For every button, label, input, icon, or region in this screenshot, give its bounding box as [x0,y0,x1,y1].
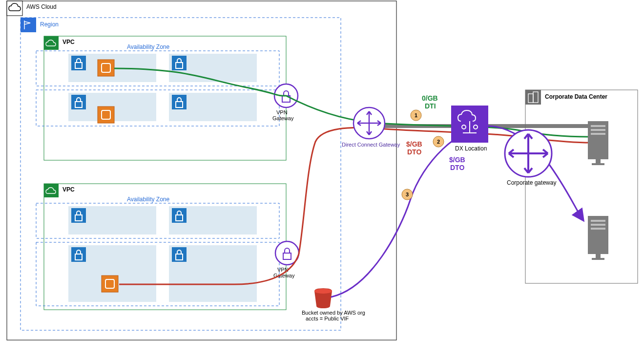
svg-text:$/GB: $/GB [406,140,422,148]
lock-icon [71,56,86,70]
vpc1-subnet-b2 [169,93,257,121]
vpn-gateway-1: VPN Gateway [272,84,298,121]
corp-dc-group: Corporate Data Center [525,90,638,283]
vpc1-subnet-b1 [68,93,156,123]
svg-rect-39 [102,276,118,292]
lock-icon [172,208,187,223]
svg-text:DTI: DTI [425,102,436,110]
corp-dc-label: Corporate Data Center [545,93,607,100]
svg-text:0/GB: 0/GB [422,94,438,102]
vpc1-az-label: Availability Zone [127,43,169,50]
server-icon [588,216,608,260]
aws-cloud-label: AWS Cloud [26,3,57,10]
svg-rect-74 [591,129,605,131]
svg-rect-73 [591,125,605,127]
dx-gw-label: Direct Connect Gateway [342,142,400,148]
dx-loc-label: DX Location [455,145,487,152]
lock-icon [71,208,86,223]
dto1-label: $/GB DTO [406,140,422,156]
lock-icon [172,95,187,109]
chip-icon [98,60,114,76]
lock-icon [71,247,86,262]
vpc1-subnet-a2 [169,54,257,82]
dti-label: 0/GB DTI [422,94,438,110]
server-icon [588,121,608,165]
vpn-gw1-l1: VPN [276,109,288,115]
vpc2-subnet-b2 [169,245,257,302]
vpc2-subnet-b1 [68,245,156,302]
svg-rect-67 [525,90,638,283]
svg-text:DTO: DTO [407,148,421,156]
lock-icon [172,247,187,262]
svg-rect-77 [592,163,604,165]
vpc1-subnet-a1 [68,54,156,82]
svg-rect-81 [591,228,605,230]
svg-point-48 [314,289,332,294]
svg-text:1: 1 [415,112,417,118]
step-badge-1: 1 [411,110,421,121]
lock-icon [172,56,187,70]
region-label: Region [40,21,59,28]
svg-rect-82 [596,254,601,258]
corp-gw-label: Corporate gateway [507,179,556,186]
vpc2-subnet-a1 [68,206,156,234]
vpn-gateway-2: VPN Gateway [273,241,299,278]
svg-text:DTO: DTO [450,164,464,171]
svg-rect-11 [98,60,114,76]
vpc1-label: VPC [62,39,75,45]
lock-icon [71,95,86,109]
svg-text:2: 2 [437,139,440,145]
bucket-l2: accts = Public VIF [306,316,349,321]
svg-rect-75 [591,133,605,135]
bucket-l1: Bucket owned by AWS org [302,310,365,316]
corporate-gateway: Corporate gateway [505,130,556,186]
step-badge-3: 3 [402,189,413,200]
vpn-gw1-l2: Gateway [272,115,294,121]
vpc2-subnet-a2 [169,206,257,234]
svg-text:$/GB: $/GB [449,156,465,164]
dto2-label: $/GB DTO [449,156,465,171]
vpc2-label: VPC [62,186,75,193]
dx-location: DX Location [451,106,488,152]
svg-rect-79 [591,220,605,222]
svg-rect-76 [596,159,601,163]
chip-icon [102,276,118,292]
svg-text:3: 3 [406,192,409,197]
vpc2-az-label: Availability Zone [127,196,169,203]
svg-rect-3 [21,18,36,32]
svg-rect-83 [592,258,604,260]
step-badge-2: 2 [433,136,444,147]
svg-rect-19 [98,107,114,123]
svg-rect-80 [591,224,605,226]
chip-icon [98,107,114,123]
s3-bucket: Bucket owned by AWS org accts = Public V… [302,288,365,321]
